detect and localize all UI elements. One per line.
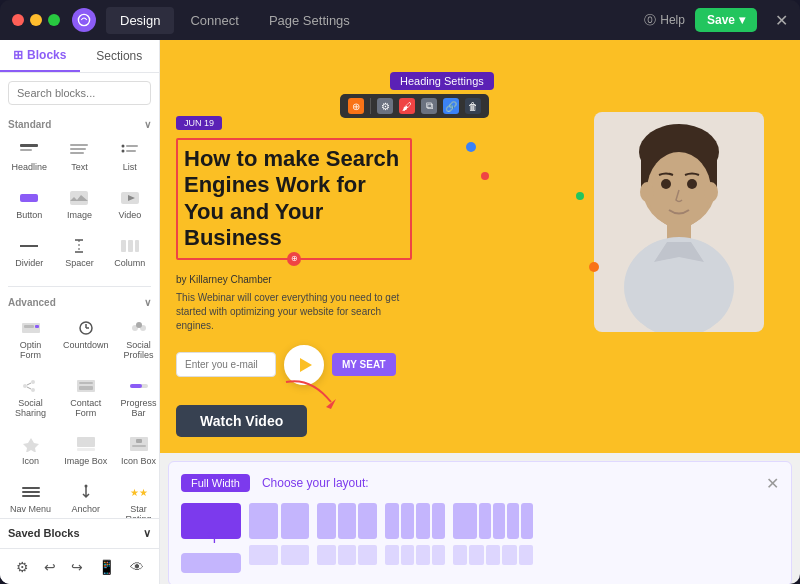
maximize-control[interactable]	[48, 14, 60, 26]
undo-icon[interactable]: ↩	[44, 559, 56, 575]
svg-point-29	[136, 322, 142, 328]
block-image-box[interactable]: Image Box	[59, 428, 113, 472]
app-window: Design Connect Page Settings ⓪ Help Save…	[0, 0, 800, 584]
layout-4col-bottom	[385, 545, 445, 565]
sidebar-bottom-toolbar: ⚙ ↩ ↪ 📱 👁	[0, 548, 159, 584]
tab-connect[interactable]: Connect	[176, 7, 252, 34]
svg-rect-41	[77, 437, 95, 447]
tab-design[interactable]: Design	[106, 7, 174, 34]
tab-page-settings[interactable]: Page Settings	[255, 7, 364, 34]
toolbar-settings-icon[interactable]: ⚙	[377, 98, 393, 114]
tab-sections[interactable]: Sections	[80, 40, 160, 72]
anchor-icon	[72, 482, 100, 502]
layout-4col[interactable]	[385, 503, 445, 565]
block-divider[interactable]: Divider	[6, 230, 52, 274]
toolbar-delete-icon[interactable]: 🗑	[465, 98, 481, 114]
nav-tabs: Design Connect Page Settings	[106, 7, 364, 34]
svg-point-0	[78, 14, 89, 25]
saved-blocks-label: Saved Blocks ∨	[8, 527, 151, 540]
block-icon-box[interactable]: Icon Box	[117, 428, 159, 472]
layout-2col-bottom	[249, 545, 309, 565]
social-profiles-icon	[125, 318, 153, 338]
layout-3col-preview	[317, 503, 377, 539]
title-bar-right: ⓪ Help Save ▾ ✕	[644, 8, 788, 32]
description: This Webinar will cover everything you n…	[176, 291, 416, 333]
toolbar-copy-icon[interactable]: ⧉	[421, 98, 437, 114]
minimize-control[interactable]	[30, 14, 42, 26]
svg-rect-36	[79, 382, 93, 384]
svg-rect-19	[128, 240, 133, 252]
standard-blocks-grid: Headline Text List Button	[0, 134, 159, 282]
close-control[interactable]	[12, 14, 24, 26]
svg-rect-48	[22, 495, 40, 497]
search-input[interactable]	[8, 81, 151, 105]
block-star-rating[interactable]: ★★ Star Rating	[117, 476, 159, 518]
block-social-sharing[interactable]: Social Sharing	[6, 370, 55, 424]
column-icon	[116, 236, 144, 256]
tab-blocks[interactable]: ⊞ Blocks	[0, 40, 80, 72]
block-nav-menu[interactable]: Nav Menu	[6, 476, 55, 518]
person-image	[594, 112, 764, 332]
main-heading: How to make Search Engines Work for You …	[184, 146, 404, 252]
layout-header: Full Width Choose your layout: ✕	[181, 474, 779, 493]
window-controls	[12, 14, 60, 26]
svg-point-30	[23, 384, 27, 388]
block-contact-form[interactable]: Contact Form	[59, 370, 113, 424]
block-anchor[interactable]: Anchor	[59, 476, 113, 518]
heading-settings-label[interactable]: Heading Settings	[390, 72, 494, 90]
svg-line-34	[27, 387, 31, 389]
preview-icon[interactable]: 👁	[130, 559, 144, 575]
progress-bar-icon	[125, 376, 153, 396]
divider	[8, 286, 151, 287]
toolbar-link-icon[interactable]: 🔗	[443, 98, 459, 114]
mobile-icon[interactable]: 📱	[98, 559, 115, 575]
svg-rect-4	[70, 148, 86, 150]
block-button[interactable]: Button	[6, 182, 52, 226]
dot-red	[481, 172, 489, 180]
full-width-badge[interactable]: Full Width	[181, 474, 250, 492]
settings-icon[interactable]: ⚙	[16, 559, 29, 575]
block-headline[interactable]: Headline	[6, 134, 52, 178]
help-button[interactable]: ⓪ Help	[644, 12, 685, 29]
toolbar-style-icon[interactable]: 🖌	[399, 98, 415, 114]
icon-block-icon	[17, 434, 45, 454]
block-video[interactable]: Video	[107, 182, 153, 226]
layout-asymmetric[interactable]	[453, 503, 533, 565]
block-spacer[interactable]: Spacer	[56, 230, 102, 274]
reserve-button[interactable]: MY SEAT	[332, 353, 396, 376]
svg-rect-45	[132, 445, 146, 447]
svg-rect-22	[24, 325, 34, 328]
block-icon[interactable]: Icon	[6, 428, 55, 472]
layout-2col[interactable]	[249, 503, 309, 565]
svg-rect-47	[22, 491, 40, 493]
person-svg	[594, 112, 764, 332]
toolbar-move-icon[interactable]: ⊕	[348, 98, 364, 114]
main-layout: ⊞ Blocks Sections Standard ∨ Head	[0, 40, 800, 584]
block-social-profiles[interactable]: Social Profiles	[117, 312, 159, 366]
layout-3col[interactable]	[317, 503, 377, 565]
block-image[interactable]: Image	[56, 182, 102, 226]
block-list[interactable]: List	[107, 134, 153, 178]
block-optin-form[interactable]: Optin Form	[6, 312, 55, 366]
svg-rect-44	[136, 439, 142, 443]
save-button[interactable]: Save ▾	[695, 8, 757, 32]
block-progress-bar[interactable]: Progress Bar	[117, 370, 159, 424]
icon-box-icon	[125, 434, 153, 454]
button-icon	[15, 188, 43, 208]
layout-section: Full Width Choose your layout: ✕ ↰	[168, 461, 792, 584]
svg-point-31	[31, 380, 35, 384]
cursor-icon: ↰	[205, 528, 218, 547]
close-icon[interactable]: ✕	[775, 11, 788, 30]
layout-close-icon[interactable]: ✕	[766, 474, 779, 493]
block-column[interactable]: Column	[107, 230, 153, 274]
svg-rect-2	[20, 149, 32, 151]
standard-label: Standard ∨	[0, 113, 159, 134]
block-countdown[interactable]: Countdown	[59, 312, 113, 366]
block-text[interactable]: Text	[56, 134, 102, 178]
layout-1col[interactable]: ↰	[181, 503, 241, 573]
contact-form-icon	[72, 376, 100, 396]
star-rating-icon: ★★	[125, 482, 153, 502]
email-input[interactable]	[176, 352, 276, 377]
saved-blocks-section: Saved Blocks ∨	[0, 518, 159, 548]
redo-icon[interactable]: ↪	[71, 559, 83, 575]
